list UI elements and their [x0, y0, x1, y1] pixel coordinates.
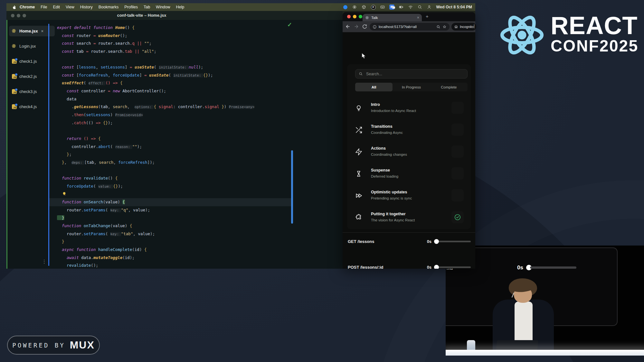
- menubar-item-edit[interactable]: Edit: [50, 5, 63, 9]
- file-item-Home.jsx[interactable]: Home.jsx×: [9, 26, 55, 36]
- lesson-thumbnail[interactable]: [451, 102, 464, 114]
- code-line[interactable]: }, deps: [tab, search, forceRefresh]);: [57, 159, 302, 167]
- code-line[interactable]: const router = useRouter();: [57, 32, 302, 40]
- bookmark-star-icon[interactable]: [442, 25, 447, 29]
- code-line[interactable]: }: [57, 238, 302, 246]
- zoom-icon[interactable]: [436, 25, 440, 29]
- file-item-check3.js[interactable]: JScheck3.js: [9, 86, 55, 97]
- code-line[interactable]: router.setParams( key: "q", value);: [57, 206, 302, 214]
- menubar-clock[interactable]: Wed Oct 8 5:04 PM: [436, 5, 472, 9]
- code-line[interactable]: return () => {: [57, 135, 302, 143]
- code-line[interactable]: router.setParams( key: "tab", value);: [57, 230, 302, 238]
- code-line[interactable]: const [lessons, setLessons] = useState( …: [57, 63, 302, 71]
- browser-tab[interactable]: Talk ×: [363, 14, 422, 21]
- code-line[interactable]: [57, 127, 302, 135]
- lesson-item[interactable]: SuspenseDeferred loading: [347, 163, 471, 185]
- menubar-item-tab[interactable]: Tab: [141, 5, 153, 9]
- presenter-video: :id 0s: [446, 246, 644, 356]
- window-close-button[interactable]: [11, 14, 14, 17]
- file-item-check1.js[interactable]: JScheck1.js: [9, 56, 55, 67]
- file-item-check2.js[interactable]: JScheck2.js: [9, 71, 55, 82]
- slider-track[interactable]: [437, 266, 471, 268]
- code-line[interactable]: const search = router.search.q || "";: [57, 40, 302, 48]
- menubar-item-view[interactable]: View: [63, 5, 77, 9]
- screen-share-icon: [389, 5, 394, 10]
- lesson-thumbnail[interactable]: [451, 211, 464, 223]
- code-line[interactable]: function onSearch(value) {: [49, 198, 292, 206]
- editor-scrollbar[interactable]: [291, 150, 293, 224]
- filter-tab-all[interactable]: All: [355, 83, 393, 91]
- editor-overflow-dots[interactable]: ⋮: [42, 259, 47, 265]
- menubar-item-profiles[interactable]: Profiles: [121, 5, 141, 9]
- code-line[interactable]: [57, 56, 302, 64]
- filter-tab-complete[interactable]: Complete: [430, 83, 468, 91]
- menubar-item-help[interactable]: Help: [173, 5, 187, 9]
- menubar-item-file[interactable]: File: [38, 5, 50, 9]
- code-line[interactable]: .then(setLessons) Promise<void>: [57, 111, 302, 119]
- file-item-check4.js[interactable]: JScheck4.js: [9, 101, 55, 112]
- lesson-item[interactable]: Optimistic updatesPretending async is sy…: [347, 185, 471, 207]
- search-box[interactable]: [355, 69, 468, 79]
- code-line[interactable]: await data.mutateToggle(id);: [57, 254, 302, 262]
- lesson-thumbnail[interactable]: [451, 145, 464, 158]
- lesson-item[interactable]: ActionsCoordinating changes: [347, 141, 471, 163]
- delay-value: 0s: [427, 239, 431, 244]
- window-zoom-button[interactable]: [359, 15, 362, 18]
- window-zoom-button[interactable]: [23, 14, 26, 17]
- file-item-Login.jsx[interactable]: Login.jsx: [9, 41, 55, 51]
- lesson-title: Putting it together: [371, 212, 406, 216]
- new-tab-button[interactable]: +: [426, 14, 429, 19]
- code-line[interactable]: [57, 167, 302, 175]
- code-line[interactable]: useEffect( effect: () => {: [57, 79, 302, 87]
- code-line[interactable]: .getLessons(tab, search, options: { sign…: [57, 103, 302, 111]
- code-line[interactable]: data: [57, 95, 302, 103]
- forward-icon[interactable]: [354, 24, 359, 29]
- editor-active-indent-guide[interactable]: [48, 24, 49, 266]
- tab-close-icon[interactable]: ×: [417, 15, 419, 20]
- code-line[interactable]: const controller = new AbortController()…: [57, 87, 302, 95]
- window-minimize-button[interactable]: [353, 15, 356, 18]
- file-close-icon[interactable]: ×: [41, 29, 43, 33]
- code-line[interactable]: revalidate();: [57, 262, 302, 270]
- window-close-button[interactable]: [347, 15, 351, 18]
- url-text[interactable]: localhost:5173/?tab=all: [379, 25, 434, 29]
- code-line[interactable]: const [forceRefresh, forceUpdate] = useS…: [57, 71, 302, 79]
- menubar-item-bookmarks[interactable]: Bookmarks: [96, 5, 122, 9]
- code-line[interactable]: };: [57, 151, 302, 159]
- back-icon[interactable]: [345, 24, 351, 29]
- code-line[interactable]: async function handleComplete(id) {: [57, 246, 302, 254]
- code-line[interactable]: .catch(() => {});: [57, 119, 302, 127]
- search-input[interactable]: [365, 71, 464, 77]
- zap-icon: [355, 148, 363, 156]
- menubar-item-history[interactable]: History: [77, 5, 96, 9]
- code-line[interactable]: export default function Home() {: [57, 24, 302, 32]
- lesson-item[interactable]: IntroIntroduction to Async React: [347, 97, 471, 119]
- code-line[interactable]: controller.abort( reason: "");: [57, 143, 302, 151]
- site-info-icon[interactable]: [373, 25, 377, 29]
- code-line[interactable]: const tab = router.search.tab || "all";: [57, 48, 302, 56]
- slider-thumb[interactable]: [434, 265, 439, 269]
- code-line[interactable]: [57, 190, 302, 198]
- lesson-thumbnail[interactable]: [451, 167, 464, 180]
- menubar-item-chrome[interactable]: Chrome: [17, 5, 38, 9]
- lesson-thumbnail[interactable]: [451, 189, 464, 201]
- slider-thumb[interactable]: [434, 239, 439, 244]
- wifi-icon: [408, 5, 413, 10]
- window-minimize-button[interactable]: [17, 14, 20, 17]
- lesson-item[interactable]: TransitionsCoordinating Async: [347, 119, 471, 141]
- lesson-item[interactable]: Putting it togetherThe vision for Async …: [347, 207, 471, 228]
- lesson-thumbnail[interactable]: [451, 124, 464, 136]
- address-bar[interactable]: localhost:5173/?tab=all: [370, 23, 450, 31]
- code-line[interactable]: }: [57, 214, 302, 222]
- reload-icon[interactable]: [362, 24, 367, 29]
- code-editor[interactable]: export default function Home() { const r…: [57, 24, 302, 270]
- browser-menu-icon[interactable]: ⋮: [472, 24, 476, 29]
- code-line[interactable]: function onTabChange(value) {: [57, 222, 302, 230]
- slider-track[interactable]: [437, 241, 471, 242]
- code-line[interactable]: function revalidate() {: [57, 174, 302, 182]
- apple-icon[interactable]: [12, 5, 17, 10]
- code-line[interactable]: forceUpdate( value: {});: [57, 182, 302, 190]
- lightbulb-quickfix-icon[interactable]: [62, 191, 67, 196]
- menubar-item-window[interactable]: Window: [153, 5, 173, 9]
- filter-tab-in-progress[interactable]: In Progress: [393, 83, 430, 91]
